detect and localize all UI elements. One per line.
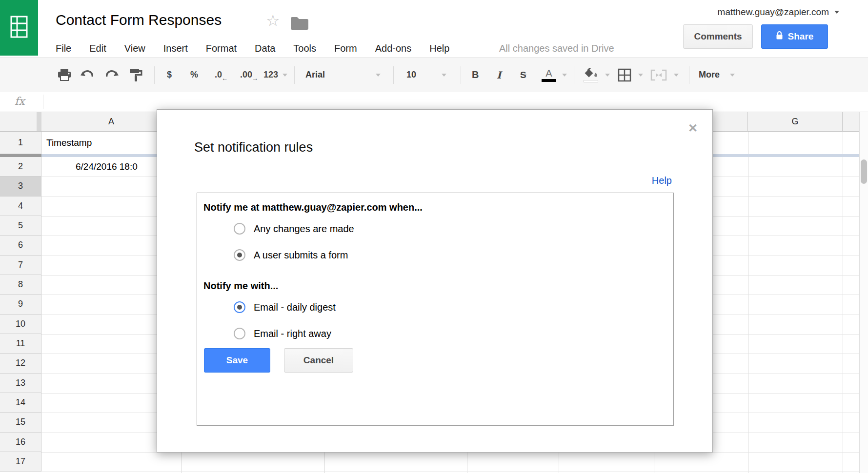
menu-view[interactable]: View (124, 42, 145, 55)
frozen-row-divider-header[interactable] (0, 154, 41, 157)
row-header-17[interactable]: 17 (0, 452, 41, 472)
radio-email-right-away[interactable]: Email - right away (234, 327, 331, 340)
number-format-button[interactable]: 123 (263, 58, 287, 92)
increase-decimal-button[interactable]: .00→ (240, 58, 259, 92)
star-icon[interactable]: ☆ (266, 11, 280, 30)
save-button[interactable]: Save (204, 348, 270, 373)
undo-button[interactable] (80, 58, 94, 92)
save-status[interactable]: All changes saved in Drive (499, 42, 614, 55)
row-header-6[interactable]: 6 (0, 236, 41, 255)
merge-cells-button[interactable] (650, 58, 667, 92)
borders-caret[interactable] (638, 58, 643, 92)
radio-a-user-submits-a-form[interactable]: A user submits a form (234, 248, 348, 262)
row-header-11[interactable]: 11 (0, 334, 41, 354)
font-family-caret[interactable] (376, 58, 381, 92)
print-button[interactable] (57, 58, 72, 92)
help-link[interactable]: Help (652, 175, 672, 186)
account-caret-icon (834, 11, 839, 14)
row-header-5[interactable]: 5 (0, 216, 41, 236)
borders-button[interactable] (618, 58, 631, 92)
caret-down-icon (562, 74, 567, 77)
menu-insert[interactable]: Insert (163, 42, 188, 55)
strikethrough-button[interactable]: S (520, 58, 526, 92)
share-button[interactable]: Share (761, 24, 828, 49)
row-header-14[interactable]: 14 (0, 393, 41, 413)
printer-icon (57, 69, 72, 81)
radio-any-changes-are-made[interactable]: Any changes are made (234, 222, 354, 236)
italic-button[interactable]: I (497, 58, 501, 92)
format-percent-button[interactable]: % (190, 58, 198, 92)
sheets-logo[interactable] (0, 0, 38, 56)
menu-tools[interactable]: Tools (293, 42, 316, 55)
vertical-scrollbar[interactable] (859, 112, 868, 473)
google-sheets-app: Contact Form Responses ☆ FileEditViewIns… (0, 0, 868, 473)
grid-corner-cell[interactable] (0, 112, 41, 132)
row-header-1[interactable]: 1 (0, 132, 41, 154)
toolbar-separator (154, 66, 155, 84)
grid-vline (748, 132, 748, 473)
menu-file[interactable]: File (56, 42, 71, 55)
decrease-decimal-button[interactable]: .0← (215, 58, 228, 92)
row-header-13[interactable]: 13 (0, 374, 41, 393)
toolbar-separator (689, 66, 689, 84)
radio-button-icon[interactable] (234, 223, 245, 235)
font-size-select[interactable]: 10 (406, 58, 416, 92)
radio-button-icon[interactable] (234, 249, 245, 261)
radio-button-icon[interactable] (234, 301, 245, 313)
row-header-10[interactable]: 10 (0, 315, 41, 334)
caret-down-icon (376, 74, 381, 77)
paint-bucket-icon (584, 68, 598, 82)
toolbar: $ % .0← .00→ 123 Arial 10 B I S A (0, 57, 868, 93)
caret-down-icon (674, 74, 679, 77)
menu-add-ons[interactable]: Add-ons (375, 42, 412, 55)
close-icon[interactable]: ✕ (688, 121, 698, 135)
fill-color-caret[interactable] (605, 58, 610, 92)
radio-label: A user submits a form (254, 250, 348, 261)
row-header-9[interactable]: 9 (0, 295, 41, 314)
row-header-12[interactable]: 12 (0, 354, 41, 373)
bold-button[interactable]: B (472, 58, 479, 92)
text-color-button[interactable]: A (542, 58, 556, 92)
row-header-2[interactable]: 2 (0, 157, 41, 177)
menu-data[interactable]: Data (255, 42, 275, 55)
menu-help[interactable]: Help (429, 42, 449, 55)
redo-button[interactable] (105, 58, 120, 92)
row-header-8[interactable]: 8 (0, 275, 41, 295)
font-size-caret[interactable] (442, 58, 446, 92)
more-button[interactable]: More (699, 58, 720, 92)
menu-edit[interactable]: Edit (89, 42, 106, 55)
format-currency-button[interactable]: $ (167, 58, 172, 92)
notify-when-heading: Notify me at matthew.guay@zapier.com whe… (203, 200, 423, 214)
radio-label: Any changes are made (254, 223, 354, 235)
font-family-select[interactable]: Arial (305, 58, 325, 92)
text-color-caret[interactable] (562, 58, 567, 92)
radio-button-icon[interactable] (234, 328, 245, 339)
caret-down-icon (638, 74, 643, 77)
lock-icon (776, 31, 783, 42)
fill-color-button[interactable] (584, 58, 598, 92)
row-header-16[interactable]: 16 (0, 433, 41, 452)
document-title[interactable]: Contact Form Responses (56, 12, 222, 28)
comments-button[interactable]: Comments (683, 24, 753, 49)
row-header-7[interactable]: 7 (0, 256, 41, 275)
row-header-4[interactable]: 4 (0, 197, 41, 216)
fx-icon: fx (15, 95, 25, 107)
row-header-15[interactable]: 15 (0, 413, 41, 432)
radio-email-daily-digest[interactable]: Email - daily digest (234, 300, 336, 314)
borders-icon (618, 68, 631, 82)
dialog-title: Set notification rules (194, 140, 313, 155)
account-menu[interactable]: matthew.guay@zapier.com (718, 7, 839, 18)
grid-vline (843, 132, 843, 473)
text-color-icon: A (542, 68, 556, 82)
scrollbar-thumb[interactable] (861, 159, 867, 184)
column-header-g[interactable]: G (748, 112, 843, 132)
account-email: matthew.guay@zapier.com (718, 7, 829, 18)
menu-form[interactable]: Form (334, 42, 357, 55)
more-caret[interactable] (730, 58, 735, 92)
merge-cells-caret[interactable] (674, 58, 679, 92)
folder-icon[interactable] (290, 17, 309, 32)
cancel-button[interactable]: Cancel (284, 348, 353, 373)
row-header-3[interactable]: 3 (0, 177, 41, 196)
paint-format-button[interactable] (129, 58, 143, 92)
menu-format[interactable]: Format (206, 42, 237, 55)
